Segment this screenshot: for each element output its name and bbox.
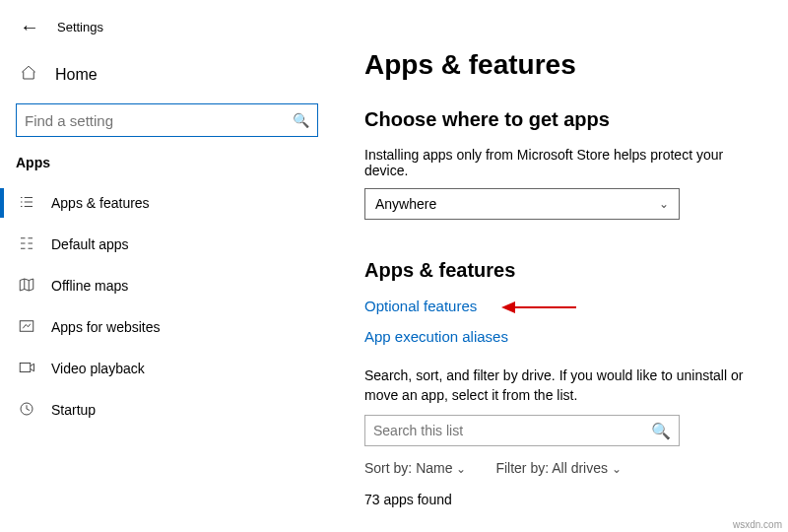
chevron-down-icon: ⌄	[456, 462, 466, 476]
filter-label: Filter by:	[495, 460, 549, 476]
sidebar-item-offline-maps[interactable]: Offline maps	[0, 265, 334, 306]
video-icon	[16, 359, 37, 379]
defaults-icon	[16, 234, 37, 255]
home-icon	[18, 64, 39, 86]
sidebar-item-apps-features[interactable]: Apps & features	[0, 182, 334, 224]
search-icon: 🔍	[293, 112, 309, 128]
sidebar-item-label: Default apps	[51, 236, 129, 252]
sidebar-item-label: Apps & features	[51, 195, 150, 211]
home-label: Home	[55, 66, 98, 84]
app-source-select[interactable]: Anywhere ⌄	[364, 188, 680, 220]
sidebar-item-label: Offline maps	[51, 278, 128, 294]
page-title: Apps & features	[364, 49, 768, 81]
filter-value: All drives	[552, 460, 608, 476]
app-count: 73 apps found	[364, 492, 768, 507]
app-list-search-input[interactable]	[373, 423, 651, 438]
website-icon	[16, 317, 37, 338]
app-source-value: Anywhere	[375, 196, 436, 212]
chevron-down-icon: ⌄	[659, 197, 669, 211]
sidebar-item-apps-for-websites[interactable]: Apps for websites	[0, 306, 334, 348]
startup-icon	[16, 400, 37, 421]
main-content: Apps & features Choose where to get apps…	[335, 0, 788, 532]
search-icon: 🔍	[651, 422, 671, 440]
category-header: Apps	[0, 155, 334, 182]
sidebar-item-default-apps[interactable]: Default apps	[0, 224, 334, 265]
filter-by-control[interactable]: Filter by: All drives ⌄	[495, 460, 622, 476]
map-icon	[16, 276, 37, 297]
home-nav[interactable]: Home	[0, 54, 334, 96]
choose-heading: Choose where to get apps	[364, 108, 768, 131]
optional-features-link[interactable]: Optional features	[364, 298, 477, 314]
sort-by-control[interactable]: Sort by: Name ⌄	[364, 460, 466, 476]
chevron-down-icon: ⌄	[612, 462, 622, 476]
app-list-search[interactable]: 🔍	[364, 415, 680, 446]
sidebar-item-label: Apps for websites	[51, 319, 161, 335]
sidebar-item-startup[interactable]: Startup	[0, 389, 334, 431]
sidebar: ← Settings Home 🔍 Apps Apps & features D…	[0, 0, 335, 532]
svg-rect-0	[20, 320, 33, 331]
back-icon[interactable]: ←	[20, 16, 39, 38]
sidebar-item-label: Video playback	[51, 361, 145, 376]
svg-rect-1	[20, 363, 31, 371]
app-execution-aliases-link[interactable]: App execution aliases	[364, 328, 508, 345]
svg-marker-4	[501, 301, 515, 313]
annotation-arrow-icon	[499, 298, 578, 317]
watermark: wsxdn.com	[733, 519, 782, 530]
settings-search[interactable]: 🔍	[16, 103, 318, 137]
header-row: ← Settings	[0, 16, 334, 54]
apps-features-heading: Apps & features	[364, 259, 768, 282]
choose-description: Installing apps only from Microsoft Stor…	[364, 147, 768, 178]
sort-filter-row: Sort by: Name ⌄ Filter by: All drives ⌄	[364, 460, 768, 476]
sidebar-item-video-playback[interactable]: Video playback	[0, 348, 334, 389]
settings-search-input[interactable]	[25, 112, 293, 129]
sort-value: Name	[416, 460, 452, 476]
list-icon	[16, 193, 37, 214]
filter-description: Search, sort, and filter by drive. If yo…	[364, 366, 768, 405]
window-title: Settings	[57, 20, 103, 34]
sort-label: Sort by:	[364, 460, 412, 476]
sidebar-item-label: Startup	[51, 402, 96, 418]
